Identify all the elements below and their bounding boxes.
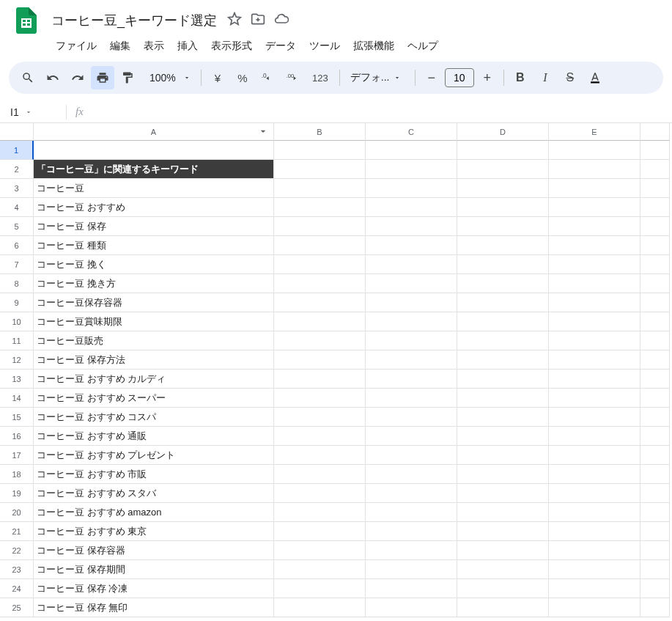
row-header[interactable]: 12 xyxy=(0,350,34,370)
row-header[interactable]: 9 xyxy=(0,293,34,312)
cell[interactable] xyxy=(640,350,670,370)
cell[interactable] xyxy=(457,274,549,293)
cell[interactable] xyxy=(640,560,670,579)
sheets-logo[interactable] xyxy=(12,6,41,35)
cell[interactable] xyxy=(640,255,670,274)
cell[interactable] xyxy=(640,522,670,541)
col-header-f[interactable] xyxy=(640,123,670,141)
strikethrough-icon[interactable]: S xyxy=(558,66,582,89)
cell[interactable]: コーヒー豆 保存 無印 xyxy=(34,598,274,617)
cell[interactable] xyxy=(457,541,549,560)
cell[interactable] xyxy=(274,331,366,350)
row-header[interactable]: 11 xyxy=(0,331,34,350)
cell[interactable] xyxy=(549,579,640,598)
cell[interactable] xyxy=(549,160,640,179)
cell[interactable]: コーヒー豆 おすすめ スタバ xyxy=(34,484,274,503)
row-header[interactable]: 25 xyxy=(0,598,34,617)
cell[interactable] xyxy=(366,598,457,617)
cell[interactable] xyxy=(457,427,549,446)
menu-extensions[interactable]: 拡張機能 xyxy=(347,37,400,56)
cell[interactable] xyxy=(549,198,640,217)
paint-format-icon[interactable] xyxy=(116,66,139,89)
cell[interactable] xyxy=(274,198,366,217)
increase-decimal-icon[interactable]: .00 xyxy=(281,66,304,89)
cell[interactable] xyxy=(640,389,670,408)
cell[interactable] xyxy=(457,408,549,427)
cloud-status-icon[interactable] xyxy=(274,12,289,29)
cell[interactable] xyxy=(549,446,640,465)
undo-icon[interactable] xyxy=(41,66,64,89)
cell[interactable] xyxy=(457,465,549,484)
cell[interactable] xyxy=(457,198,549,217)
font-size-input[interactable]: 10 xyxy=(445,68,474,87)
cell[interactable]: コーヒー豆 保存容器 xyxy=(34,541,274,560)
cell[interactable] xyxy=(640,370,670,389)
cell[interactable] xyxy=(549,370,640,389)
cell[interactable] xyxy=(549,408,640,427)
cell[interactable] xyxy=(457,312,549,331)
cell[interactable] xyxy=(274,522,366,541)
cell[interactable] xyxy=(457,293,549,312)
col-header-e[interactable]: E xyxy=(549,123,640,141)
row-header[interactable]: 7 xyxy=(0,255,34,274)
currency-icon[interactable]: ¥ xyxy=(206,66,229,89)
cell[interactable] xyxy=(457,179,549,198)
cell[interactable] xyxy=(366,350,457,370)
cell[interactable] xyxy=(366,427,457,446)
cell[interactable] xyxy=(274,350,366,370)
print-icon[interactable] xyxy=(91,66,114,89)
row-header[interactable]: 10 xyxy=(0,312,34,331)
cell[interactable] xyxy=(549,217,640,236)
cell[interactable] xyxy=(457,255,549,274)
cell[interactable] xyxy=(640,427,670,446)
row-header[interactable]: 21 xyxy=(0,522,34,541)
row-header[interactable]: 19 xyxy=(0,484,34,503)
cell[interactable] xyxy=(457,503,549,522)
cell[interactable] xyxy=(274,484,366,503)
cell[interactable] xyxy=(366,579,457,598)
cell[interactable] xyxy=(549,465,640,484)
row-header[interactable]: 14 xyxy=(0,389,34,408)
cell[interactable] xyxy=(274,503,366,522)
col-header-b[interactable]: B xyxy=(274,123,366,141)
cell[interactable] xyxy=(640,293,670,312)
cell[interactable] xyxy=(640,217,670,236)
menu-edit[interactable]: 編集 xyxy=(104,37,136,56)
cell[interactable]: コーヒー豆保存容器 xyxy=(34,293,274,312)
row-header[interactable]: 24 xyxy=(0,579,34,598)
cell[interactable] xyxy=(549,389,640,408)
cell[interactable] xyxy=(366,141,457,160)
format-123-icon[interactable]: 123 xyxy=(306,66,335,89)
cell[interactable] xyxy=(274,274,366,293)
cell[interactable] xyxy=(549,522,640,541)
cell[interactable] xyxy=(640,446,670,465)
cell[interactable] xyxy=(274,293,366,312)
row-header[interactable]: 5 xyxy=(0,217,34,236)
col-header-c[interactable]: C xyxy=(366,123,457,141)
row-header[interactable]: 1 xyxy=(0,141,34,160)
cell[interactable] xyxy=(366,236,457,255)
cell[interactable]: コーヒー豆販売 xyxy=(34,331,274,350)
cell[interactable] xyxy=(274,389,366,408)
cell[interactable] xyxy=(274,141,366,160)
cell[interactable] xyxy=(640,503,670,522)
cell[interactable] xyxy=(457,160,549,179)
filter-icon[interactable] xyxy=(257,125,269,139)
cell[interactable] xyxy=(640,274,670,293)
row-header[interactable]: 18 xyxy=(0,465,34,484)
decrease-decimal-icon[interactable]: .0 xyxy=(256,66,279,89)
cell[interactable] xyxy=(549,312,640,331)
menu-tools[interactable]: ツール xyxy=(303,37,346,56)
cell[interactable] xyxy=(457,560,549,579)
cell[interactable] xyxy=(366,446,457,465)
cell[interactable]: コーヒー豆 おすすめ 市販 xyxy=(34,465,274,484)
percent-icon[interactable]: % xyxy=(231,66,254,89)
cell[interactable]: コーヒー豆 保存 冷凍 xyxy=(34,579,274,598)
cell[interactable]: コーヒー豆 おすすめ 東京 xyxy=(34,522,274,541)
cell[interactable] xyxy=(549,179,640,198)
cell[interactable] xyxy=(274,408,366,427)
cell[interactable] xyxy=(274,370,366,389)
cell[interactable] xyxy=(640,598,670,617)
cell[interactable] xyxy=(549,274,640,293)
name-box[interactable]: I1 xyxy=(4,106,62,118)
